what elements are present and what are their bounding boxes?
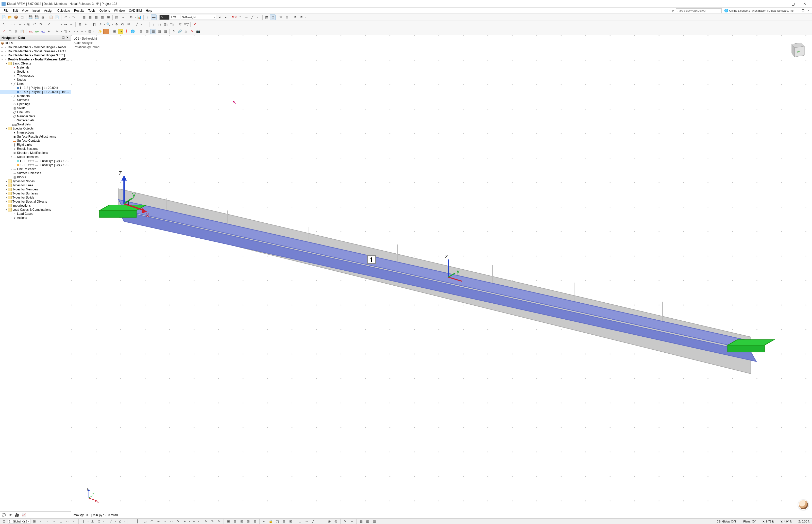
menu-insert[interactable]: Insert: [31, 9, 42, 13]
solid-load-button[interactable]: ◫↓: [169, 21, 174, 27]
sb-grid2-button[interactable]: ⊞: [232, 519, 238, 524]
menu-cadbim[interactable]: CAD-BIM: [127, 9, 144, 13]
exclaim-button[interactable]: ❗: [124, 29, 130, 34]
menu-results[interactable]: Results: [72, 9, 86, 13]
display-button[interactable]: ⊞: [284, 15, 290, 20]
release-item[interactable]: 2 - 1 - □□□ ▫▫▫ | Local xyz | Cφ,x : 0.0…: [19, 163, 70, 167]
window-4-button[interactable]: ▦: [100, 15, 105, 20]
tree-item[interactable]: Types for Members: [13, 187, 38, 191]
tree-item[interactable]: Member Sets: [17, 115, 35, 118]
menu-view[interactable]: View: [20, 9, 31, 13]
status-cs-button[interactable]: ⊡: [1, 519, 6, 524]
result-values-button[interactable]: ▦: [156, 29, 162, 34]
menu-tools[interactable]: Tools: [86, 9, 98, 13]
collapse-icon[interactable]: ▾: [5, 127, 8, 130]
nav-display-tab[interactable]: 👁: [7, 512, 13, 518]
sparkle-button[interactable]: ✨: [97, 29, 103, 34]
paste-model-button[interactable]: 📋: [19, 29, 25, 34]
tree-item[interactable]: Line Sets: [17, 111, 30, 114]
sb-dim-button[interactable]: ↔: [304, 519, 309, 524]
lc-next-button[interactable]: ▸: [223, 15, 229, 20]
view-dir-button[interactable]: ↗: [98, 21, 103, 27]
expand-icon[interactable]: ▸: [5, 180, 8, 182]
model-item[interactable]: Double Members - Member Hinges - Record.…: [8, 46, 70, 49]
sb-lock-button[interactable]: 🔒: [268, 519, 273, 524]
tree-item[interactable]: Thicknesses: [17, 74, 34, 78]
tree-item[interactable]: Imperfections: [13, 204, 31, 208]
expand-icon[interactable]: ▸: [0, 46, 3, 49]
sb-angle2-button[interactable]: ∟: [297, 519, 303, 524]
divide-button[interactable]: ÷: [54, 21, 60, 27]
expand-icon[interactable]: ▸: [5, 196, 8, 199]
model-viewport[interactable]: LC1 - Self-weight Static Analysis Rotati…: [71, 35, 812, 519]
sb-grid4-button[interactable]: ⊞: [246, 519, 251, 524]
member-button[interactable]: ╱: [250, 15, 255, 20]
select-rect-button[interactable]: ▭: [7, 21, 13, 27]
solid-fill-button[interactable]: [103, 29, 109, 34]
sb-view2-button[interactable]: ▦: [365, 519, 371, 524]
tree-item[interactable]: Types for Lines: [13, 183, 33, 187]
expand-icon[interactable]: ▸: [5, 188, 8, 191]
menu-window[interactable]: Window: [112, 9, 127, 13]
tree-item[interactable]: Types for Nodes: [13, 180, 34, 183]
sb-edit1-button[interactable]: ✎: [203, 519, 208, 524]
sb-circle4-button[interactable]: ◎: [333, 519, 338, 524]
copy-model-button[interactable]: ⎘: [13, 29, 19, 34]
tables-button[interactable]: ▤: [114, 15, 119, 20]
tree-item[interactable]: Surface Sets: [17, 118, 34, 122]
sb-line-button[interactable]: ╱: [108, 519, 114, 524]
expand-icon[interactable]: ▸: [0, 54, 3, 56]
block-manager-button[interactable]: ◫: [19, 15, 25, 20]
extend-button[interactable]: →: [68, 21, 74, 27]
child-restore-button[interactable]: ❐: [801, 9, 806, 13]
tree-item[interactable]: Actions: [17, 216, 27, 219]
window-3-button[interactable]: ▦: [94, 15, 99, 20]
cube-preview-button[interactable]: ◫: [7, 29, 13, 34]
view-cube[interactable]: +Y: [786, 40, 807, 61]
sb-star-button[interactable]: ✦: [182, 519, 187, 524]
search-play-icon[interactable]: ▶: [673, 9, 675, 12]
calculate-button[interactable]: ⚙: [129, 15, 134, 20]
surface-button[interactable]: ▱: [255, 15, 261, 20]
tree-item[interactable]: Surface Results Adjustments: [17, 135, 56, 138]
tree-item[interactable]: Load Cases: [17, 212, 33, 215]
sb-xbox-button[interactable]: ⊠: [288, 519, 293, 524]
tree-item[interactable]: Sections: [17, 70, 29, 73]
model-item-active[interactable]: Double Members - Nodal Releases 3.rf6* |…: [8, 58, 70, 61]
mesh-button[interactable]: ⊞: [112, 29, 117, 34]
keyword-search-input[interactable]: [676, 9, 722, 13]
imposed-button[interactable]: ▽▽: [184, 21, 189, 27]
scale-button[interactable]: ⤢: [46, 21, 51, 27]
lc-code-dropdown[interactable]: LC1: [170, 15, 180, 20]
tree-root[interactable]: RFEM: [5, 42, 14, 45]
rotate-button[interactable]: ↻: [38, 21, 44, 27]
snap-mid-button[interactable]: ◦: [45, 519, 50, 524]
sb-arc2-button[interactable]: ◠: [149, 519, 154, 524]
flag-green-button[interactable]: ⚑: [292, 15, 298, 20]
lc-type-badge[interactable]: D: [159, 15, 169, 20]
scale10-button[interactable]: 10: [79, 29, 84, 34]
open-file-button[interactable]: 📂: [7, 15, 13, 20]
check-button[interactable]: ✓: [1, 29, 6, 34]
result-sections-button[interactable]: ▦: [163, 29, 168, 34]
loads-button[interactable]: ↓: [145, 15, 151, 20]
clip-button[interactable]: ✂: [54, 29, 60, 34]
tree-item[interactable]: Types for Surfaces: [13, 192, 38, 195]
shrink-button[interactable]: ⊡: [87, 29, 92, 34]
menu-help[interactable]: Help: [144, 9, 154, 13]
wf-x-button[interactable]: ↘x: [28, 29, 33, 34]
basic-objects-folder[interactable]: Basic Objects: [13, 62, 31, 65]
flag-delete-button[interactable]: ⚑✕: [231, 15, 237, 20]
warning-button[interactable]: ⚠: [183, 29, 189, 34]
snap-node-button[interactable]: ▫: [71, 519, 77, 524]
sb-line2-button[interactable]: ╱: [310, 519, 316, 524]
delete-red-button[interactable]: ✕: [192, 21, 198, 27]
walk-button[interactable]: 👁: [126, 21, 132, 27]
sb-view1-button[interactable]: ▦: [358, 519, 364, 524]
release-item[interactable]: 1 - 1 - □□□ ▫▫▫ | Local xyz | Cφ,x : 0.0…: [19, 159, 70, 163]
js-button[interactable]: JS: [118, 29, 123, 34]
sb-edit3-button[interactable]: ✎: [216, 519, 222, 524]
nav-views-tab[interactable]: 🎥: [14, 512, 20, 518]
units-button[interactable]: ⬒: [264, 15, 270, 20]
wireframe-button[interactable]: ▭: [70, 29, 76, 34]
